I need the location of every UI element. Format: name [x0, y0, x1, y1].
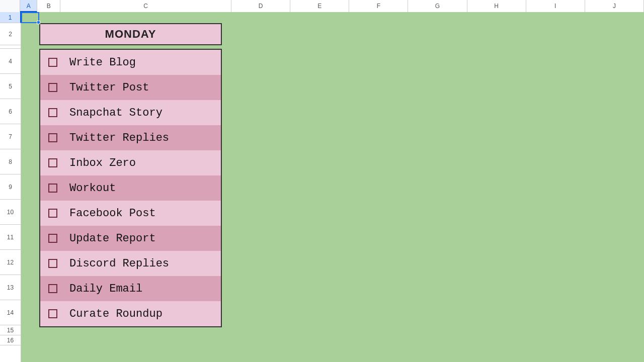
row-header-10[interactable]: 10	[0, 200, 21, 225]
checkbox-icon[interactable]	[48, 133, 57, 142]
row-header-4[interactable]: 4	[0, 49, 21, 74]
task-row[interactable]: Facebook Post	[40, 201, 221, 226]
row-header-13[interactable]: 13	[0, 275, 21, 300]
col-header-H[interactable]: H	[467, 0, 526, 12]
row-header-5[interactable]: 5	[0, 74, 21, 99]
row-header-2[interactable]: 2	[0, 23, 21, 45]
checkbox-icon[interactable]	[48, 284, 57, 293]
sheet-area[interactable]: MONDAY Write Blog Twitter Post Snapchat …	[21, 12, 644, 362]
checkbox-icon[interactable]	[48, 209, 57, 218]
checkbox-icon[interactable]	[48, 58, 57, 67]
day-title: MONDAY	[105, 28, 156, 41]
column-header-row: A B C D E F G H I J	[0, 0, 644, 12]
task-label: Write Blog	[69, 56, 136, 69]
col-header-A[interactable]: A	[20, 0, 37, 12]
task-row[interactable]: Inbox Zero	[40, 150, 221, 175]
col-header-J[interactable]: J	[585, 0, 644, 12]
checkbox-icon[interactable]	[48, 108, 57, 117]
col-header-D[interactable]: D	[231, 0, 290, 12]
task-row[interactable]: Curate Roundup	[40, 301, 221, 326]
task-row[interactable]: Workout	[40, 175, 221, 201]
checkbox-icon[interactable]	[48, 158, 57, 167]
row-header-7[interactable]: 7	[0, 124, 21, 149]
col-header-E[interactable]: E	[290, 0, 349, 12]
task-label: Curate Roundup	[69, 308, 163, 320]
task-row[interactable]: Twitter Post	[40, 75, 221, 100]
checkbox-icon[interactable]	[48, 184, 57, 193]
task-row[interactable]: Daily Email	[40, 276, 221, 301]
row-header-11[interactable]: 11	[0, 225, 21, 250]
col-header-F[interactable]: F	[349, 0, 408, 12]
task-label: Facebook Post	[69, 207, 156, 220]
task-label: Discord Replies	[69, 257, 169, 270]
fill-handle[interactable]	[37, 21, 40, 24]
row-header-3[interactable]	[0, 45, 21, 49]
select-all-corner[interactable]	[0, 0, 20, 12]
row-header-1[interactable]: 1	[0, 12, 21, 23]
row-header-9[interactable]: 9	[0, 174, 21, 200]
col-header-G[interactable]: G	[408, 0, 467, 12]
task-label: Snapchat Story	[69, 107, 163, 119]
row-header-14[interactable]: 14	[0, 300, 21, 325]
col-header-C[interactable]: C	[60, 0, 231, 12]
col-header-B[interactable]: B	[37, 0, 60, 12]
checkbox-icon[interactable]	[48, 309, 57, 318]
row-header-15[interactable]: 15	[0, 325, 21, 335]
active-cell-A1[interactable]	[21, 12, 39, 23]
checkbox-icon[interactable]	[48, 234, 57, 243]
row-header-8[interactable]: 8	[0, 149, 21, 174]
task-row[interactable]: Discord Replies	[40, 251, 221, 276]
task-label: Twitter Post	[69, 81, 149, 94]
task-row[interactable]: Snapchat Story	[40, 100, 221, 125]
row-header-12[interactable]: 12	[0, 250, 21, 275]
col-header-I[interactable]: I	[526, 0, 585, 12]
task-row[interactable]: Write Blog	[40, 50, 221, 75]
row-header-column: 1 2 4 5 6 7 8 9 10 11 12 13 14 15 16	[0, 12, 21, 362]
row-header-16[interactable]: 16	[0, 335, 21, 345]
checkbox-icon[interactable]	[48, 83, 57, 92]
task-list: Write Blog Twitter Post Snapchat Story T…	[39, 49, 222, 327]
checkbox-icon[interactable]	[48, 259, 57, 268]
task-row[interactable]: Update Report	[40, 226, 221, 251]
task-label: Inbox Zero	[69, 157, 136, 169]
task-label: Update Report	[69, 232, 156, 245]
day-header[interactable]: MONDAY	[39, 23, 222, 45]
task-label: Daily Email	[69, 283, 142, 295]
row-header-6[interactable]: 6	[0, 99, 21, 124]
task-label: Workout	[69, 182, 116, 195]
task-label: Twitter Replies	[69, 132, 169, 144]
task-row[interactable]: Twitter Replies	[40, 125, 221, 150]
